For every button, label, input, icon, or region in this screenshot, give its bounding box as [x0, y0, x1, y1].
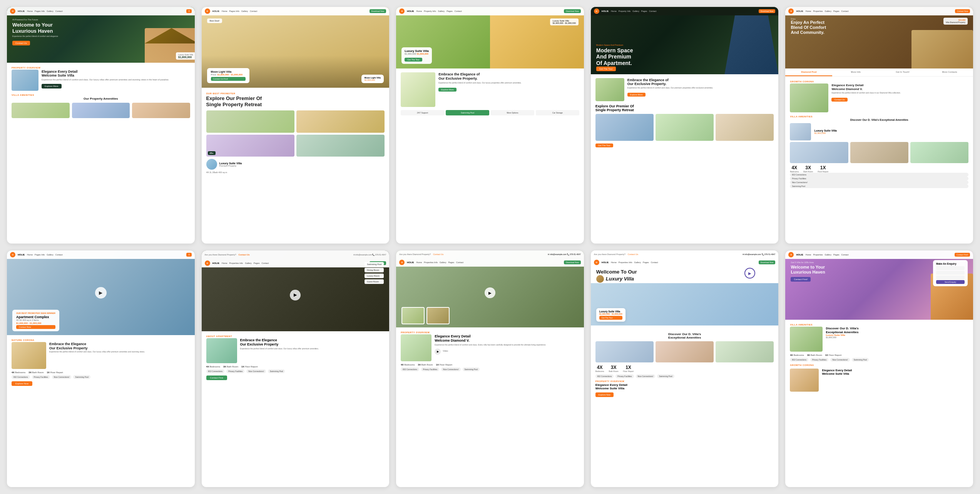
- card-5-tab-2[interactable]: More Info: [832, 68, 879, 76]
- card-1-nav-btn[interactable]: ☰: [186, 9, 192, 13]
- card-9-price-card: Luxury Suite Villa $1,900,000 - $1,800,0…: [596, 308, 625, 322]
- card-3-cta[interactable]: Get The Tour: [405, 58, 422, 62]
- card-10-hero-btn[interactable]: Contact First!: [791, 277, 811, 282]
- card-4-nav-btn[interactable]: Download Now: [759, 9, 776, 13]
- card-8-body: PROPERTY OVERVIEW Elegance Every DetailW…: [396, 327, 584, 487]
- card-1-hero-btn[interactable]: Contact Us: [12, 41, 30, 45]
- card-2-cta[interactable]: Connect Us First!: [211, 77, 246, 81]
- card-7-navbar: Are you there Diamond Property? Contact …: [202, 250, 390, 259]
- card-9-price-btn[interactable]: Get The Tour: [599, 316, 622, 320]
- card-9-explore-btn[interactable]: Explore Now: [595, 392, 614, 397]
- card-10-form-email[interactable]: [936, 271, 965, 275]
- card-4-hero-text: Modern Space And Premium Modern SpaceAnd…: [596, 44, 633, 67]
- card-3-hero: H HOLIE Home Property Info Gallery Pages…: [396, 7, 584, 68]
- card-9-navbar: H HOLIE Home Properties Info Gallery Pag…: [591, 258, 779, 267]
- card-10-amenities-title: Discover Our D. Villa'sExceptional Ameni…: [826, 327, 858, 334]
- card-1-hero-heading: Welcome to YourLuxurious Haven: [12, 22, 58, 34]
- card-1-body-btn[interactable]: Explore More: [42, 84, 62, 88]
- card-8-amenity-pills: 602 Connections Privacy Facilities Nice …: [401, 367, 579, 371]
- card-5-d-img: [790, 83, 828, 112]
- card-3-amenity-3: More Options: [491, 110, 534, 115]
- card-4-retreat-2: [656, 114, 714, 141]
- card-1-hero: H HOLIE Home Pages Info Gallery Contact …: [7, 7, 195, 63]
- card-6-hero: H HOLIE Home Pages Info Gallery Contact …: [7, 250, 195, 335]
- card-4-embrace-btn[interactable]: Explore More: [627, 93, 646, 97]
- card-10-form-name[interactable]: [936, 266, 965, 270]
- card-6-price: $1,900,000 - $1,800,000: [16, 322, 55, 324]
- card-3-embrace-btn[interactable]: Explore More: [438, 88, 457, 92]
- card-6-specs: 4X Bedrooms 3X Bath Room 1X Floor Report: [12, 371, 190, 374]
- card-5-diamond-heading: Elegance Every DetailWelcome Diamond V.: [831, 83, 900, 91]
- card-7-body: ABOUT APARTMENT Embrace the EleganceOur …: [202, 331, 390, 487]
- card-2-logo: H: [205, 8, 210, 14]
- card-4-embrace-heading: Embrace the Elegance ofOur Exclusive Pro…: [627, 78, 713, 86]
- card-7-specs: 4X Bedrooms 3X Bath Room 1X Floor Report: [206, 365, 385, 368]
- card-2-thumb-3: 25+: [206, 135, 294, 157]
- card-5-diamond: Elegance Every DetailWelcome Diamond V. …: [790, 83, 968, 112]
- card-3-nav-btn[interactable]: Download Now: [564, 9, 581, 13]
- card-4-logo: H: [594, 8, 599, 14]
- card-5-tabs: Diamond Pool More Info Get In Touch! Mor…: [785, 68, 973, 77]
- card-9-am-2: [656, 341, 714, 362]
- card-7-cta-btn[interactable]: Contact First: [206, 376, 227, 380]
- card-6-embrace-row: Embrace the EleganceOur Exclusive Proper…: [12, 342, 190, 369]
- card-3-logo: H: [399, 8, 405, 14]
- card-4-hero-btn[interactable]: Get The Tour: [596, 67, 616, 71]
- card-5-nav-btn[interactable]: Contact Now: [955, 9, 970, 13]
- card-4-retreat-btn[interactable]: Get The Tour: [595, 144, 613, 147]
- card-3-navbar: H HOLIE Home Property Info Gallery Pages…: [396, 7, 584, 15]
- card-6-embrace-heading: Embrace the EleganceOur Exclusive Proper…: [49, 342, 145, 350]
- card-9-nav-btn[interactable]: Download Now: [759, 260, 776, 264]
- card-4-building: [724, 13, 778, 74]
- card-5-tab-1[interactable]: Diamond Pool: [785, 68, 832, 76]
- card-3-amenity-2: Swimming Pool: [446, 110, 489, 115]
- card-9-play-btn[interactable]: ▶: [744, 268, 755, 279]
- card-4-em-img: [595, 78, 624, 101]
- card-7-feature-tags: Swimming Pool Dining Room Luxury Room Gu…: [365, 262, 384, 284]
- card-8-play-btn[interactable]: ▶: [485, 287, 495, 298]
- card-6-explore-btn[interactable]: Explore Now: [12, 381, 32, 386]
- card-7-amenity-pills: 602 Connections Privacy Facilities Nice …: [206, 369, 385, 373]
- card-6-stats: 4X 3X 400 sq m 2 Items: [16, 319, 55, 321]
- card-7-play-btn[interactable]: ▶: [290, 290, 301, 300]
- card-6-embrace-desc: Experience the perfect blend of comfort …: [49, 350, 145, 353]
- card-5-tab-4[interactable]: More Contacts: [926, 68, 973, 76]
- card-1-amenities-grid: [12, 103, 190, 118]
- card-6-nav-btn[interactable]: ☰: [186, 253, 192, 257]
- card-7-embrace-heading: Embrace the EleganceOur Exclusive Proper…: [240, 338, 319, 347]
- card-1-nav-links: Home Pages Info Gallery Contact: [27, 10, 62, 12]
- card-5-tab-3[interactable]: Get In Touch!: [879, 68, 926, 76]
- card-3: H HOLIE Home Property Info Gallery Pages…: [396, 7, 584, 244]
- card-10-nav-btn[interactable]: Contact First!: [955, 253, 970, 257]
- card-2-nav-btn[interactable]: Download Now: [370, 9, 386, 13]
- card-10-specs: 4X Bedrooms 3X Bath Room 1X Floor Report: [790, 354, 968, 356]
- card-8-nav-btn[interactable]: Download Now: [564, 260, 581, 264]
- card-3-embrace: Embrace the Elegance ofOur Exclusive Pro…: [401, 72, 579, 107]
- card-1-body: PROPERTY OVERVIEW Elegance Every DetailW…: [7, 63, 195, 244]
- card-9: Are you there Diamond Property? Contact …: [591, 250, 779, 487]
- card-9-hero: Are you there Diamond Property? Contact …: [591, 250, 779, 325]
- main-grid: H HOLIE Home Pages Info Gallery Contact …: [0, 0, 980, 494]
- card-10-diamond-row: Discover Our D. Villa'sExceptional Ameni…: [790, 327, 968, 352]
- card-3-price-label: Luxury Suite Villa$1,900,000 - $1,800,00…: [550, 18, 579, 25]
- card-5-diamond-desc: Experience the perfect blend of comfort …: [831, 92, 900, 94]
- card-1-prop-img: [12, 70, 38, 91]
- card-7: Are you there Diamond Property? Contact …: [202, 250, 390, 487]
- card-1-amenities: VILLA AMENITIES Our Property Amenities: [12, 94, 190, 118]
- card-5-price-info: $14,000 Villa Diamond Property: [943, 18, 968, 25]
- card-1-section-label: PROPERTY OVERVIEW: [12, 67, 190, 69]
- card-1-amenities-title: Our Property Amenities: [12, 97, 190, 100]
- card-10-navbar: H HOLIE Home Properties Gallery Pages Co…: [785, 250, 973, 259]
- card-6-apt-info: OUR BEST PROMOTER SEEN WINNER Apartment …: [12, 310, 59, 331]
- card-10-form-submit[interactable]: Send Enquiry: [936, 280, 965, 284]
- card-6-apt-btn[interactable]: Contact Now: [16, 325, 55, 329]
- card-8-overview: Elegance Every DetailWelcome Diamond V. …: [401, 334, 579, 361]
- card-2-stats: 4R 2L 2Bath 400 sq m: [206, 171, 385, 174]
- card-7-embrace-row: Embrace the EleganceOur Exclusive Proper…: [206, 338, 385, 363]
- card-8-play-circle[interactable]: ▶: [435, 349, 441, 355]
- card-5-diamond-btn[interactable]: Contact Us: [831, 98, 847, 102]
- card-5-hero: H HOLIE Home Properties Gallery Pages Co…: [785, 7, 973, 68]
- card-10-form-phone[interactable]: [936, 275, 965, 279]
- card-6-play-btn[interactable]: ▶: [95, 287, 107, 299]
- card-4-embrace-row: Embrace the Elegance ofOur Exclusive Pro…: [595, 78, 774, 101]
